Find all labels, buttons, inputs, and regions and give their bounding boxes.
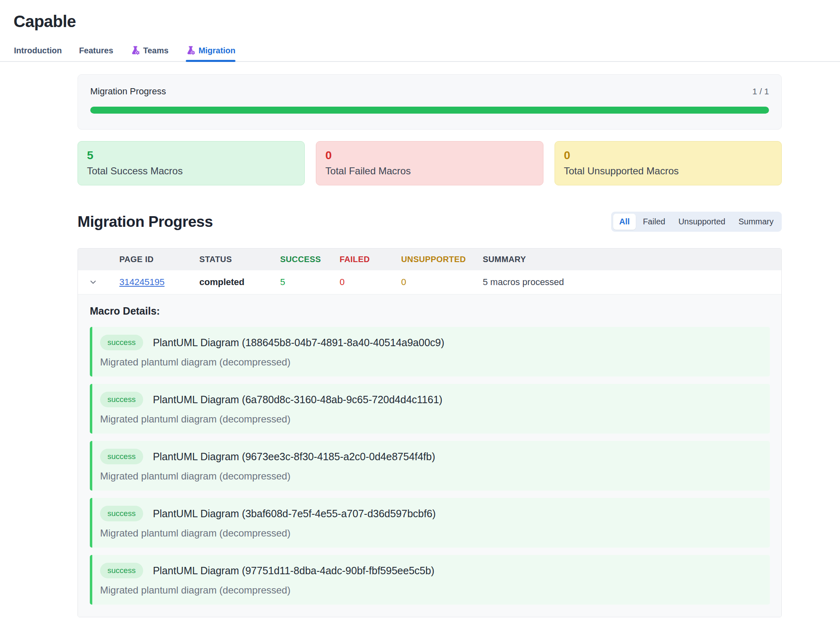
status-badge: success [100,506,143,521]
section-header-row: Migration Progress All Failed Unsupporte… [78,212,782,232]
status-badge: success [100,449,143,464]
macro-item: success PlantUML Diagram (188645b8-04b7-… [90,327,770,377]
macro-description: Migrated plantuml diagram (decompressed) [100,413,760,425]
macro-item: success PlantUML Diagram (97751d11-8dba-… [90,555,770,605]
flask-gear-icon [130,46,140,55]
filter-all[interactable]: All [613,214,636,230]
macro-title: PlantUML Diagram (97751d11-8dba-4adc-90b… [153,565,435,577]
tab-migration-label: Migration [199,46,235,55]
status-badge: success [100,563,143,578]
tab-teams-label: Teams [143,46,169,55]
status-badge: success [100,335,143,350]
migration-page: Capable Introduction Features Teams Migr… [0,0,840,637]
failed-count: 0 [325,149,534,162]
row-summary: 5 macros processed [483,277,781,288]
macro-title: PlantUML Diagram (6a780d8c-3160-48ab-9c6… [153,394,443,406]
tab-bar: Introduction Features Teams Migration [0,46,840,62]
filter-failed[interactable]: Failed [637,214,671,230]
row-success-count: 5 [280,277,340,288]
col-success: SUCCESS [280,255,340,264]
col-summary: SUMMARY [483,255,781,264]
col-page-id: PAGE ID [119,255,199,264]
macro-description: Migrated plantuml diagram (decompressed) [100,356,760,368]
row-expand-toggle[interactable] [78,278,119,287]
tab-introduction-label: Introduction [14,46,62,55]
macro-title: PlantUML Diagram (188645b8-04b7-4891-8a4… [153,337,445,349]
progress-bar-track [90,107,769,114]
table-row: 314245195 completed 5 0 0 5 macros proce… [78,270,781,295]
page-id-link[interactable]: 314245195 [119,277,164,287]
col-failed: FAILED [340,255,401,264]
macro-item: success PlantUML Diagram (3baf608d-7e5f-… [90,498,770,548]
macro-title: PlantUML Diagram (3baf608d-7e5f-4e55-a70… [153,508,436,520]
macro-item: success PlantUML Diagram (9673ee3c-8f30-… [90,441,770,491]
unsupported-count-label: Total Unsupported Macros [564,165,772,177]
status-badge: success [100,392,143,407]
stat-card-success: 5 Total Success Macros [78,141,305,185]
macro-details-heading: Macro Details: [90,305,770,317]
macro-description: Migrated plantuml diagram (decompressed) [100,527,760,539]
row-unsupported-count: 0 [401,277,483,288]
tab-features[interactable]: Features [79,46,113,61]
macro-title: PlantUML Diagram (9673ee3c-8f30-4185-a2c… [153,451,435,463]
stat-card-unsupported: 0 Total Unsupported Macros [555,141,782,185]
tab-teams[interactable]: Teams [130,46,169,61]
success-count-label: Total Success Macros [87,165,295,177]
success-count: 5 [87,149,295,162]
migration-table: PAGE ID STATUS SUCCESS FAILED UNSUPPORTE… [78,248,782,617]
progress-counter: 1 / 1 [752,87,769,96]
chevron-down-icon [89,278,98,287]
col-status: STATUS [199,255,280,264]
page-title: Capable [14,12,840,31]
filter-tabs: All Failed Unsupported Summary [611,212,782,232]
stat-card-failed: 0 Total Failed Macros [316,141,543,185]
tab-introduction[interactable]: Introduction [14,46,62,61]
filter-summary[interactable]: Summary [732,214,780,230]
flask-gear-icon [186,46,196,55]
macro-details-panel: Macro Details: success PlantUML Diagram … [78,295,781,617]
row-status: completed [199,277,280,288]
unsupported-count: 0 [564,149,772,162]
failed-count-label: Total Failed Macros [325,165,534,177]
macro-description: Migrated plantuml diagram (decompressed) [100,584,760,596]
row-failed-count: 0 [340,277,401,288]
tab-features-label: Features [79,46,113,55]
filter-unsupported[interactable]: Unsupported [672,214,732,230]
macro-item: success PlantUML Diagram (6a780d8c-3160-… [90,384,770,434]
col-unsupported: UNSUPPORTED [401,255,483,264]
table-header-row: PAGE ID STATUS SUCCESS FAILED UNSUPPORTE… [78,249,781,270]
progress-card-title: Migration Progress [90,86,166,97]
section-title: Migration Progress [78,213,213,231]
tab-migration[interactable]: Migration [186,46,235,61]
macro-description: Migrated plantuml diagram (decompressed) [100,470,760,482]
migration-progress-card: Migration Progress 1 / 1 [78,74,782,130]
stats-row: 5 Total Success Macros 0 Total Failed Ma… [78,141,782,185]
progress-bar-fill [90,107,769,114]
